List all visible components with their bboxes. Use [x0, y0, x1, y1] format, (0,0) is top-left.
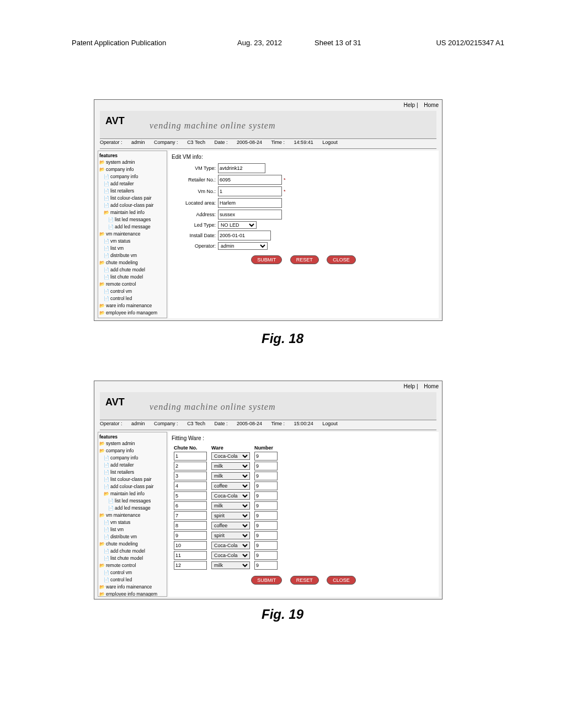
chute-no-input[interactable]	[174, 521, 207, 530]
sidebar-item[interactable]: vm maintenance	[99, 512, 166, 519]
vm-no-input[interactable]	[218, 186, 282, 196]
sidebar-item[interactable]: ware info mainenance	[99, 302, 166, 309]
sidebar-item[interactable]: list retailers	[99, 469, 166, 476]
sidebar-tree[interactable]: features system admincompany infocompany…	[98, 432, 167, 597]
sidebar-item[interactable]: vm status	[99, 238, 166, 245]
sidebar-item[interactable]: list vm	[99, 526, 166, 533]
sidebar-item[interactable]: list vm	[99, 245, 166, 252]
home-link[interactable]: Home	[424, 383, 439, 389]
ware-select[interactable]: Coca-Cola	[211, 492, 250, 500]
sidebar-tree[interactable]: features system admincompany infocompany…	[98, 151, 167, 318]
sidebar-item[interactable]: system admin	[99, 159, 166, 166]
located-area-input[interactable]	[218, 198, 282, 208]
chute-no-input[interactable]	[174, 531, 207, 540]
submit-button[interactable]: SUBMIT	[251, 255, 282, 264]
sidebar-item[interactable]: system admin	[99, 440, 166, 447]
help-link[interactable]: Help	[404, 102, 415, 108]
number-input[interactable]	[254, 491, 278, 500]
vm-type-input[interactable]	[218, 163, 265, 173]
sidebar-item[interactable]: company info	[99, 173, 166, 180]
number-input[interactable]	[254, 481, 278, 490]
chute-no-input[interactable]	[174, 501, 207, 510]
chute-no-input[interactable]	[174, 481, 207, 490]
number-input[interactable]	[254, 551, 278, 560]
number-input[interactable]	[254, 452, 278, 461]
sidebar-item[interactable]: company info	[99, 454, 166, 462]
help-link[interactable]: Help	[404, 383, 415, 389]
sidebar-item[interactable]: list colour-class pair	[99, 476, 166, 483]
number-input[interactable]	[254, 462, 278, 470]
chute-no-input[interactable]	[174, 551, 207, 560]
sidebar-item[interactable]: list chute model	[99, 555, 166, 562]
chute-no-input[interactable]	[174, 472, 207, 480]
sidebar-item[interactable]: list colour-class pair	[99, 195, 166, 202]
sidebar-item[interactable]: list retailers	[99, 188, 166, 195]
sidebar-item[interactable]: chute modeling	[99, 259, 166, 266]
ware-select[interactable]: spirit	[211, 532, 250, 539]
close-button[interactable]: CLOSE	[327, 576, 356, 585]
ware-select[interactable]: milk	[211, 561, 250, 569]
sidebar-item[interactable]: control led	[99, 576, 166, 584]
number-input[interactable]	[254, 501, 278, 510]
number-input[interactable]	[254, 541, 278, 550]
chute-no-input[interactable]	[174, 561, 207, 570]
sidebar-item[interactable]: add retailer	[99, 180, 166, 188]
address-input[interactable]	[218, 210, 282, 220]
sidebar-item[interactable]: add chute model	[99, 548, 166, 555]
close-button[interactable]: CLOSE	[327, 255, 356, 264]
sidebar-item[interactable]: distribute vm	[99, 252, 166, 259]
ware-select[interactable]: milk	[211, 462, 250, 470]
number-input[interactable]	[254, 561, 278, 570]
ware-select[interactable]: milk	[211, 502, 250, 510]
sidebar-item[interactable]: vm maintenance	[99, 231, 166, 238]
number-input[interactable]	[254, 531, 278, 540]
number-input[interactable]	[254, 511, 278, 520]
sidebar-item[interactable]: list led messages	[99, 497, 166, 505]
chute-no-input[interactable]	[174, 511, 207, 520]
chute-no-input[interactable]	[174, 452, 207, 461]
sidebar-item[interactable]: remote control	[99, 562, 166, 569]
install-date-input[interactable]	[218, 231, 271, 240]
retailer-no-input[interactable]	[218, 175, 282, 185]
sidebar-item[interactable]: control led	[99, 295, 166, 302]
chute-no-input[interactable]	[174, 462, 207, 470]
ware-select[interactable]: Coca-Cola	[211, 552, 250, 559]
sidebar-item[interactable]: remote control	[99, 281, 166, 288]
home-link[interactable]: Home	[424, 102, 439, 108]
logout-link[interactable]: Logout	[322, 140, 338, 145]
sidebar-item[interactable]: add led message	[99, 223, 166, 231]
sidebar-item[interactable]: add retailer	[99, 462, 166, 469]
chute-no-input[interactable]	[174, 541, 207, 550]
sidebar-item[interactable]: ware info mainenance	[99, 584, 166, 591]
sidebar-item[interactable]: add colour-class pair	[99, 483, 166, 490]
led-type-select[interactable]: NO LED	[218, 221, 257, 229]
sidebar-item[interactable]: distribute vm	[99, 533, 166, 540]
ware-select[interactable]: Coca-Cola	[211, 542, 250, 549]
number-input[interactable]	[254, 472, 278, 480]
sidebar-item[interactable]: add colour-class pair	[99, 202, 166, 209]
sidebar-item[interactable]: company info	[99, 166, 166, 173]
sidebar-item[interactable]: maintain led info	[99, 490, 166, 497]
sidebar-item[interactable]: employee info managem	[99, 591, 166, 597]
sidebar-item[interactable]: add chute model	[99, 266, 166, 274]
sidebar-item[interactable]: marketing analysis	[99, 317, 166, 318]
ware-select[interactable]: spirit	[211, 512, 250, 520]
sidebar-item[interactable]: list chute model	[99, 274, 166, 281]
reset-button[interactable]: RESET	[290, 255, 319, 264]
chute-no-input[interactable]	[174, 491, 207, 500]
ware-select[interactable]: Coca-Cola	[211, 452, 250, 460]
ware-select[interactable]: coffee	[211, 522, 250, 529]
ware-select[interactable]: coffee	[211, 482, 250, 490]
sidebar-item[interactable]: maintain led info	[99, 209, 166, 216]
sidebar-item[interactable]: add led message	[99, 505, 166, 512]
sidebar-item[interactable]: chute modeling	[99, 540, 166, 548]
sidebar-item[interactable]: vm status	[99, 519, 166, 526]
sidebar-item[interactable]: control vm	[99, 288, 166, 295]
sidebar-item[interactable]: list led messages	[99, 216, 166, 223]
sidebar-item[interactable]: company info	[99, 447, 166, 454]
reset-button[interactable]: RESET	[290, 576, 319, 585]
ware-select[interactable]: milk	[211, 472, 250, 480]
sidebar-item[interactable]: control vm	[99, 569, 166, 576]
logout-link[interactable]: Logout	[322, 421, 338, 426]
operator-select[interactable]: admin	[218, 242, 268, 250]
